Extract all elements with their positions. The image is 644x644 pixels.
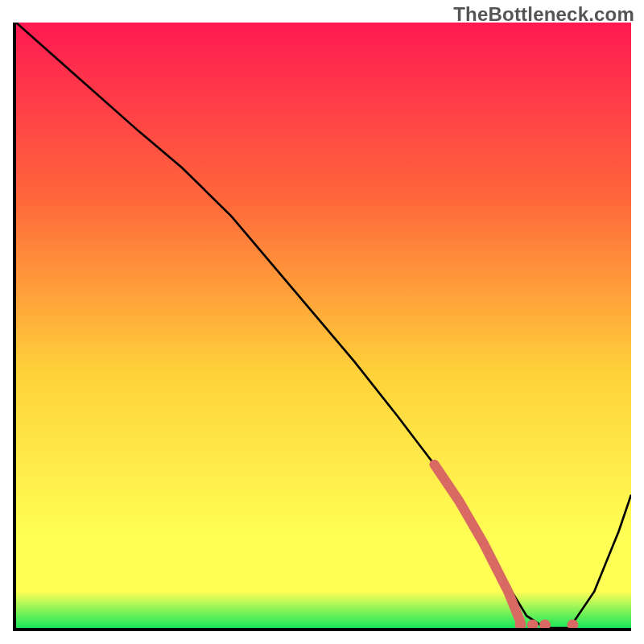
x-axis bbox=[13, 628, 631, 631]
highlight-dot bbox=[527, 619, 539, 628]
highlight-layer bbox=[16, 23, 631, 628]
highlight-dot bbox=[539, 619, 551, 628]
highlight-segment bbox=[435, 464, 521, 622]
plot-inner bbox=[16, 23, 631, 628]
plot-area bbox=[13, 23, 631, 631]
watermark-text: TheBottleneck.com bbox=[453, 3, 634, 26]
highlight-dot bbox=[568, 619, 579, 628]
